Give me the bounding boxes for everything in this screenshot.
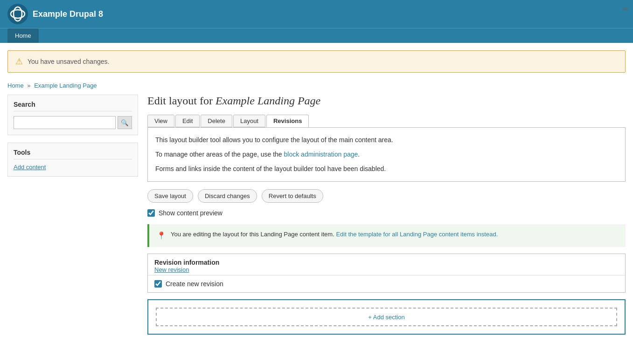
logo-area: Example Drupal 8 <box>7 4 103 24</box>
search-button[interactable]: 🔍 <box>118 116 132 129</box>
breadcrumb: Home » Example Landing Page <box>0 80 633 95</box>
revision-box: Revision information New revision Create… <box>147 254 626 293</box>
tab-delete[interactable]: Delete <box>201 115 232 127</box>
tools-section: Tools Add content <box>7 143 138 177</box>
revert-to-defaults-button[interactable]: Revert to defaults <box>262 189 323 203</box>
discard-changes-button[interactable]: Discard changes <box>198 189 257 203</box>
revision-header: Revision information New revision <box>148 254 625 275</box>
show-preview-row: Show content preview <box>147 209 626 217</box>
search-icon: 🔍 <box>121 119 129 126</box>
site-title: Example Drupal 8 <box>33 9 103 19</box>
breadcrumb-current-link[interactable]: Example Landing Page <box>34 82 97 89</box>
home-nav-tab[interactable]: Home <box>7 28 39 43</box>
create-new-revision-label: Create new revision <box>166 280 223 288</box>
green-info-text: You are editing the layout for this Land… <box>171 230 498 239</box>
create-new-revision-checkbox[interactable] <box>154 280 162 288</box>
svg-point-0 <box>11 10 25 18</box>
search-row: 🔍 <box>14 116 132 129</box>
green-info-prefix: You are editing the layout for this Land… <box>171 231 336 238</box>
green-info-box: 📍 You are editing the layout for this La… <box>147 224 626 247</box>
page-title-prefix: Edit layout for <box>147 95 216 107</box>
page-title-italic: Example Landing Page <box>216 95 320 107</box>
save-layout-button[interactable]: Save layout <box>147 189 193 203</box>
info-line2-prefix: To manage other areas of the page, use t… <box>155 151 284 158</box>
add-section-label: Add section <box>373 314 405 321</box>
info-line2-suffix: . <box>358 151 360 158</box>
info-box: This layout builder tool allows you to c… <box>147 127 626 182</box>
dashed-area: + Add section <box>147 299 626 335</box>
plus-icon: + <box>368 314 372 321</box>
show-preview-label: Show content preview <box>159 209 223 217</box>
search-input[interactable] <box>14 116 116 129</box>
dashed-inner: + Add section <box>156 308 617 326</box>
revision-body: Create new revision <box>148 275 625 292</box>
tab-view[interactable]: View <box>147 115 174 127</box>
tab-edit[interactable]: Edit <box>175 115 200 127</box>
template-link[interactable]: Edit the template for all Landing Page c… <box>336 231 498 238</box>
content-area: Edit layout for Example Landing Page Vie… <box>147 95 626 335</box>
search-section-title: Search <box>14 101 132 111</box>
info-line2: To manage other areas of the page, use t… <box>155 150 618 159</box>
info-line1: This layout builder tool allows you to c… <box>155 135 618 145</box>
warning-banner: ⚠ You have unsaved changes. <box>7 50 626 73</box>
tab-revisions[interactable]: Revisions <box>266 115 309 127</box>
tools-section-title: Tools <box>14 149 132 159</box>
breadcrumb-home-link[interactable]: Home <box>7 82 24 89</box>
action-buttons: Save layout Discard changes Revert to de… <box>147 189 626 203</box>
site-header: Example Drupal 8 <box>0 0 633 28</box>
add-section-button[interactable]: + Add section <box>368 314 404 321</box>
revision-subtitle[interactable]: New revision <box>154 266 619 273</box>
main-layout: Search 🔍 Tools Add content Edit layout f… <box>0 95 633 335</box>
add-content-link[interactable]: Add content <box>14 164 46 171</box>
show-preview-checkbox[interactable] <box>147 209 155 217</box>
breadcrumb-separator: » <box>27 82 30 89</box>
logo-icon <box>7 4 28 24</box>
pin-icon: 📍 <box>157 230 166 241</box>
block-admin-link[interactable]: block administration page <box>284 151 358 158</box>
tab-layout[interactable]: Layout <box>233 115 265 127</box>
warning-icon: ⚠ <box>15 56 23 67</box>
page-title: Edit layout for Example Landing Page <box>147 95 626 107</box>
info-line3: Forms and links inside the content of th… <box>155 164 618 174</box>
nav-bar: Home <box>0 28 633 43</box>
svg-point-1 <box>14 7 22 21</box>
search-section: Search 🔍 <box>7 95 138 135</box>
pencil-icon[interactable]: ✏ <box>622 5 628 14</box>
tabs: View Edit Delete Layout Revisions <box>147 115 309 127</box>
revision-title: Revision information <box>154 259 619 266</box>
sidebar: Search 🔍 Tools Add content <box>7 95 138 335</box>
warning-text: You have unsaved changes. <box>28 58 109 65</box>
